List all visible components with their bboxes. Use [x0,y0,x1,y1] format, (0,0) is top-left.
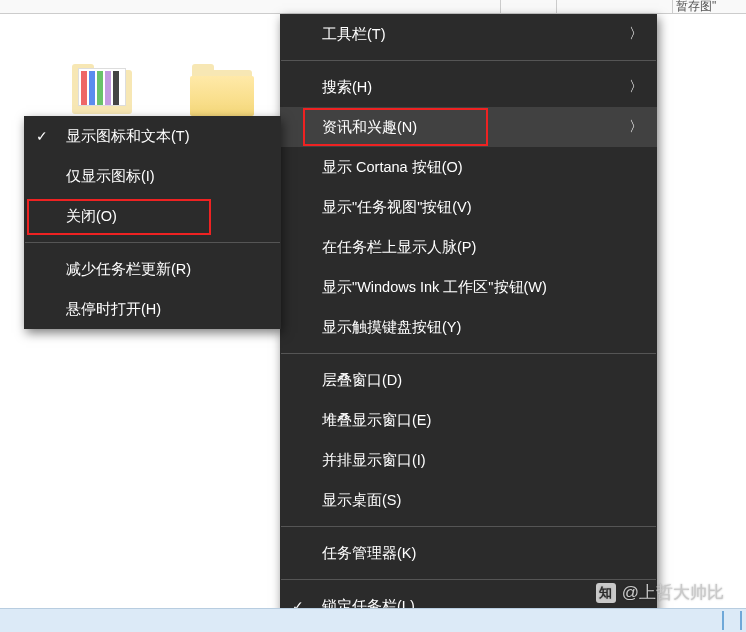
toolbar-hint-text: 暂存图" [676,0,716,15]
taskbar-divider [740,611,742,630]
menu-item-label: 任务管理器(K) [322,544,643,563]
menu-item-label: 显示"Windows Ink 工作区"按钮(W) [322,278,643,297]
submenu-item-open-on-hover[interactable]: 悬停时打开(H) [24,289,281,329]
submenu-item-icon-and-text[interactable]: ✓ 显示图标和文本(T) [24,116,281,156]
menu-separator [281,579,656,580]
menu-item-cortana-button[interactable]: 显示 Cortana 按钮(O) [280,147,657,187]
menu-item-label: 显示 Cortana 按钮(O) [322,158,643,177]
menu-item-label: 显示触摸键盘按钮(Y) [322,318,643,337]
menu-item-news-interests[interactable]: 资讯和兴趣(N) 〉 [280,107,657,147]
menu-item-label: 显示"任务视图"按钮(V) [322,198,643,217]
menu-item-search[interactable]: 搜索(H) 〉 [280,67,657,107]
chevron-right-icon: 〉 [629,78,643,96]
menu-item-side-by-side[interactable]: 并排显示窗口(I) [280,440,657,480]
menu-item-stack-windows[interactable]: 堆叠显示窗口(E) [280,400,657,440]
menu-item-ink-workspace[interactable]: 显示"Windows Ink 工作区"按钮(W) [280,267,657,307]
menu-item-label: 仅显示图标(I) [66,167,267,186]
taskbar[interactable] [0,608,746,632]
menu-item-label: 关闭(O) [66,207,267,226]
menu-separator [25,242,280,243]
folder-icon[interactable] [70,64,134,116]
menu-item-touch-keyboard[interactable]: 显示触摸键盘按钮(Y) [280,307,657,347]
news-interests-submenu: ✓ 显示图标和文本(T) 仅显示图标(I) 关闭(O) 减少任务栏更新(R) 悬… [24,116,281,329]
menu-item-label: 层叠窗口(D) [322,371,643,390]
menu-separator [281,60,656,61]
menu-item-label: 资讯和兴趣(N) [322,118,629,137]
menu-item-label: 减少任务栏更新(R) [66,260,267,279]
menu-item-cascade-windows[interactable]: 层叠窗口(D) [280,360,657,400]
submenu-item-turn-off[interactable]: 关闭(O) [24,196,281,236]
menu-item-show-desktop[interactable]: 显示桌面(S) [280,480,657,520]
taskbar-context-menu: 工具栏(T) 〉 搜索(H) 〉 资讯和兴趣(N) 〉 显示 Cortana 按… [280,14,657,632]
menu-item-label: 显示图标和文本(T) [66,127,267,146]
chevron-right-icon: 〉 [629,25,643,43]
submenu-item-reduce-updates[interactable]: 减少任务栏更新(R) [24,249,281,289]
menu-item-label: 工具栏(T) [322,25,629,44]
menu-item-label: 在任务栏上显示人脉(P) [322,238,643,257]
window-toolbar-strip: 暂存图" [0,0,746,14]
chevron-right-icon: 〉 [629,118,643,136]
menu-separator [281,526,656,527]
taskbar-divider [722,611,724,630]
toolbar-divider [556,0,557,14]
menu-item-label: 并排显示窗口(I) [322,451,643,470]
folder-icon[interactable] [190,64,254,116]
menu-item-task-manager[interactable]: 任务管理器(K) [280,533,657,573]
menu-item-toolbars[interactable]: 工具栏(T) 〉 [280,14,657,54]
menu-item-label: 堆叠显示窗口(E) [322,411,643,430]
toolbar-divider [672,0,673,14]
menu-separator [281,353,656,354]
toolbar-divider [500,0,501,14]
menu-item-taskview-button[interactable]: 显示"任务视图"按钮(V) [280,187,657,227]
check-icon: ✓ [36,128,48,144]
menu-item-label: 显示桌面(S) [322,491,643,510]
menu-item-label: 搜索(H) [322,78,629,97]
menu-item-people[interactable]: 在任务栏上显示人脉(P) [280,227,657,267]
menu-item-label: 悬停时打开(H) [66,300,267,319]
submenu-item-icon-only[interactable]: 仅显示图标(I) [24,156,281,196]
